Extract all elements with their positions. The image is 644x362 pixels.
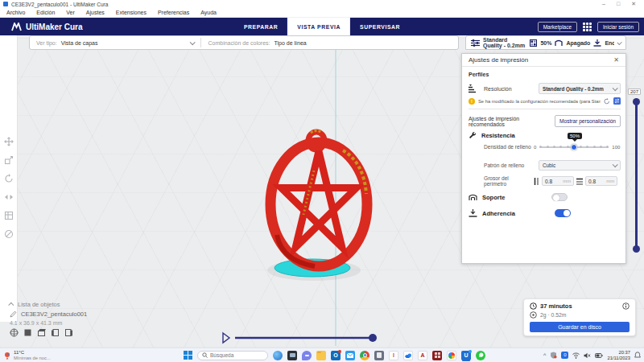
menu-ayuda[interactable]: Ayuda — [200, 10, 217, 15]
search-input[interactable] — [210, 352, 258, 358]
slider-handle[interactable] — [571, 144, 577, 150]
cura-icon[interactable]: U — [461, 351, 471, 360]
rename-pencil-icon[interactable] — [10, 311, 17, 318]
start-button-icon[interactable] — [184, 351, 192, 360]
play-button-icon[interactable] — [223, 333, 229, 343]
tray-date: 21/11/2023 — [607, 356, 630, 361]
wall-thickness-input-1[interactable]: 0.8 mm — [542, 176, 574, 186]
menu-edicion[interactable]: Edición — [36, 10, 55, 15]
reset-settings-icon[interactable] — [604, 98, 610, 105]
adhesion-toggle[interactable] — [555, 209, 571, 217]
maximize-button[interactable]: □ — [617, 0, 620, 8]
layer-range-slider: 207 — [628, 87, 644, 256]
show-custom-button[interactable]: Mostrar personalización — [555, 115, 621, 127]
infill-density-slider[interactable] — [539, 146, 609, 148]
close-button[interactable]: ✕ — [631, 0, 636, 8]
profile-sliders-icon — [471, 39, 480, 47]
simulation-slider-handle[interactable] — [369, 334, 377, 342]
support-section-icon — [469, 193, 477, 201]
color-scheme-value[interactable]: Tipo de línea — [275, 40, 307, 46]
minimize-button[interactable]: – — [602, 0, 605, 8]
menu-ajustes[interactable]: Ajustes — [86, 10, 105, 15]
pentacle-model[interactable] — [270, 131, 367, 267]
notification-bell-icon[interactable] — [634, 352, 641, 359]
chrome-icon[interactable] — [360, 351, 369, 360]
weather-widget[interactable]: 11°C Mínimas de noc... — [3, 350, 164, 360]
summary-chevron-icon[interactable] — [617, 39, 622, 44]
infill-icon — [530, 39, 537, 47]
marketplace-button[interactable]: Marketplace — [538, 22, 577, 32]
tray-badge[interactable]: 0 — [561, 352, 568, 359]
taskbar-search[interactable] — [197, 351, 268, 360]
scale-tool-icon[interactable] — [4, 155, 14, 165]
menu-extensiones[interactable]: Extensiones — [116, 10, 147, 15]
file-explorer-icon[interactable] — [316, 351, 326, 360]
calculator-icon[interactable] — [374, 351, 384, 360]
sign-in-button[interactable]: Iniciar sesión — [597, 22, 639, 32]
resolution-dropdown[interactable]: Standard Quality - 0.2mm — [539, 83, 621, 94]
info-icon[interactable] — [622, 302, 630, 310]
simulation-player — [217, 330, 386, 346]
view-3d-icon[interactable] — [10, 328, 19, 337]
tab-preparar[interactable]: PREPARAR — [234, 18, 287, 35]
mirror-tool-icon[interactable] — [4, 192, 14, 202]
apps-grid-icon[interactable] — [583, 23, 592, 31]
volume-icon[interactable] — [584, 352, 591, 359]
support-toggle[interactable] — [551, 193, 568, 201]
summary-profile: Standard Quality - 0.2mm — [483, 37, 526, 48]
weather-icon — [3, 352, 11, 360]
mail-icon[interactable] — [345, 351, 355, 360]
main-header: UltiMaker Cura PREPARAR VISTA PREVIA SUP… — [0, 18, 644, 35]
app-icon-dark-monitor[interactable] — [287, 351, 297, 360]
compare-settings-icon[interactable] — [613, 97, 621, 105]
rotate-tool-icon[interactable] — [4, 174, 14, 183]
view-right-icon[interactable] — [64, 328, 73, 337]
tab-vista-previa[interactable]: VISTA PREVIA — [287, 18, 350, 35]
wifi-icon[interactable] — [572, 352, 580, 359]
autodesk-a-icon[interactable]: A — [418, 351, 427, 360]
wall-thickness-input-2[interactable]: 0.8 mm — [585, 176, 617, 186]
tray-clock[interactable]: 20:37 21/11/2023 — [607, 350, 630, 360]
per-model-settings-icon[interactable] — [4, 211, 14, 220]
object-name[interactable]: CE3E3V2_pentaculo001 — [21, 311, 87, 318]
view-type-chevron-icon[interactable] — [190, 39, 196, 45]
view-left-icon[interactable] — [51, 328, 60, 337]
view-front-icon[interactable] — [23, 328, 32, 337]
layer-slider-track[interactable] — [635, 101, 638, 249]
collapse-object-list-icon[interactable] — [8, 302, 14, 308]
print-settings-summary[interactable]: Standard Quality - 0.2mm 50% Apagado Enc… — [465, 35, 626, 50]
layer-slider-bottom-handle[interactable] — [633, 245, 640, 253]
tray-chevron-icon[interactable]: ^ — [543, 352, 546, 358]
layer-number-label: 207 — [628, 88, 641, 95]
title-bar: CE3E3V2_pentaculo001 - UltiMaker Cura – … — [0, 0, 644, 8]
app-icon-grid[interactable] — [432, 351, 442, 360]
menu-bar: Archivo Edición Ver Ajustes Extensiones … — [0, 8, 644, 18]
menu-ver[interactable]: Ver — [66, 10, 75, 15]
object-list-title[interactable]: Lista de objetos — [18, 301, 60, 308]
tray-shield-icon[interactable] — [550, 352, 557, 359]
brand: UltiMaker Cura — [11, 23, 83, 31]
panel-close-icon[interactable]: ✕ — [613, 56, 619, 64]
whatsapp-icon[interactable] — [476, 351, 485, 360]
menu-archivo[interactable]: Archivo — [6, 10, 25, 15]
menu-preferencias[interactable]: Preferencias — [158, 10, 189, 15]
print-output-card: 37 minutos 2g · 0.52m Guardar en disco — [523, 298, 636, 336]
onedrive-icon[interactable] — [403, 351, 413, 360]
battery-icon[interactable] — [595, 352, 603, 359]
view-type-value[interactable]: Vista de capas — [61, 40, 98, 46]
infill-pattern-dropdown[interactable]: Cubic — [539, 160, 621, 171]
view-top-icon[interactable] — [37, 328, 46, 337]
support-blocker-icon[interactable] — [4, 229, 14, 239]
chat-icon[interactable] — [302, 351, 312, 360]
move-tool-icon[interactable] — [4, 137, 14, 146]
save-to-disk-button[interactable]: Guardar en disco — [530, 322, 630, 332]
outlook-icon[interactable]: O — [331, 351, 341, 360]
windows-taskbar: 11°C Mínimas de noc... O I — [0, 348, 644, 362]
summary-support: Apagado — [566, 40, 590, 46]
copilot-icon[interactable] — [273, 351, 283, 360]
layer-slider-top-handle[interactable] — [633, 98, 640, 105]
tab-supervisar[interactable]: SUPERVISAR — [350, 18, 410, 35]
photos-icon[interactable] — [447, 351, 456, 360]
app-icon-i[interactable]: I — [389, 351, 398, 360]
wall-thickness-label: Grosor del perímetro — [484, 175, 531, 187]
